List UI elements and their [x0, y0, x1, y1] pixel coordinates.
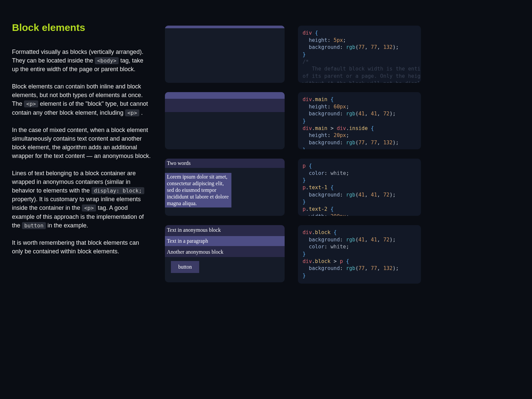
demo-div-5px: [165, 26, 285, 28]
demo-button[interactable]: button: [171, 261, 199, 273]
code-button: button: [22, 222, 46, 229]
demo-paragraph: Text in a paragraph: [165, 236, 285, 246]
page-title: Block elements: [12, 20, 152, 35]
code-body-tag: <body>: [95, 57, 119, 64]
demo-nested-blocks: [165, 92, 285, 149]
code-sample-4: div.block { background: rgb(41, 41, 72);…: [298, 225, 421, 284]
demo-column: Two words Lorem ipsum dolor sit amet, co…: [165, 12, 285, 292]
demo-paragraphs: Two words Lorem ipsum dolor sit amet, co…: [165, 159, 285, 216]
text-column: Block elements Formatted visually as blo…: [12, 12, 152, 264]
demo-text-1: Two words: [165, 159, 285, 168]
text: .: [139, 109, 143, 116]
anonymous-block-1: Text in anonymous block: [165, 225, 285, 235]
code-sample-1: div { height: 5px; background: rgb(77, 7…: [298, 26, 421, 83]
demo-button-wrap: button: [165, 257, 285, 273]
demo-block-container: Text in anonymous block Text in a paragr…: [165, 225, 285, 257]
paragraph-5: It is worth remembering that block eleme…: [12, 238, 152, 256]
code-p-tag: <p>: [24, 100, 38, 107]
code-p-tag: <p>: [82, 204, 96, 211]
code-sample-2: div.main { height: 60px; background: rgb…: [298, 92, 421, 149]
demo-anonymous-blocks: Text in anonymous block Text in a paragr…: [165, 225, 285, 282]
demo-text-2: Lorem ipsum dolor sit amet, consectetur …: [165, 173, 231, 207]
demo-outer-block: [165, 92, 285, 112]
intro-paragraph: Formatted visually as blocks (vertically…: [12, 48, 152, 73]
paragraph-2: Block elements can contain both inline a…: [12, 82, 152, 117]
demo-height-bar: [165, 26, 285, 83]
paragraph-3: In the case of mixed content, when a blo…: [12, 126, 152, 160]
text: in the example.: [46, 222, 88, 229]
demo-inner-block: [165, 92, 285, 99]
page-grid: Block elements Formatted visually as blo…: [12, 12, 418, 293]
code-sample-3: p { color: white; } p.text-1 { backgroun…: [298, 159, 421, 216]
paragraph-4: Lines of text belonging to a block conta…: [12, 169, 152, 230]
anonymous-block-2: Another anonymous block: [165, 247, 285, 257]
code-column: div { height: 5px; background: rgb(77, 7…: [298, 12, 421, 293]
code-display-block: display: block;: [91, 187, 144, 194]
code-p-tag: <p>: [125, 109, 139, 116]
